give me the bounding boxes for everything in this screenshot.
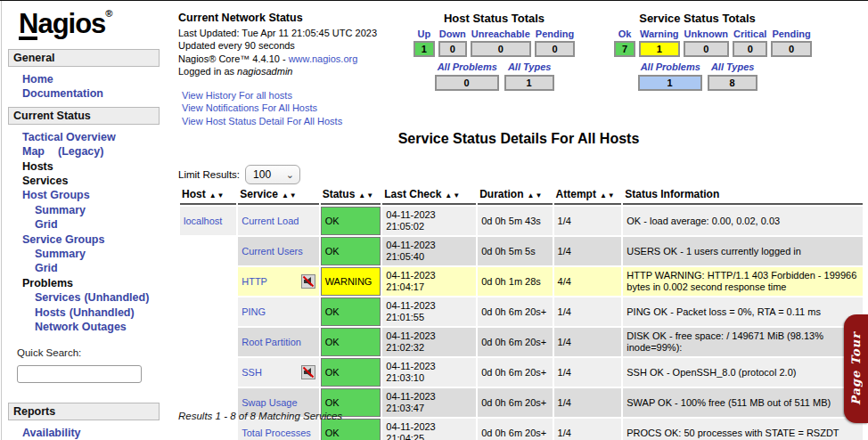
attempt-value: 1/4 xyxy=(554,207,622,235)
service-link[interactable]: Current Load xyxy=(242,216,299,226)
sidebar-item-services[interactable]: Services xyxy=(22,174,160,188)
duration-value: 0d 0h 5m 43s xyxy=(478,207,552,235)
svc-ok-count[interactable]: 7 xyxy=(614,41,635,57)
host-status-totals: Host Status Totals Up Down Unreachable P… xyxy=(403,12,585,91)
col-header-last-check: Last Check▲▼ xyxy=(382,186,476,205)
status-information: USERS OK - 1 users currently logged in xyxy=(623,237,863,265)
status-information: PROCS OK: 50 processes with STATE = RSZD… xyxy=(623,419,863,440)
svc-totals-col-ok[interactable]: Ok xyxy=(614,29,635,39)
service-link[interactable]: Root Partition xyxy=(242,337,301,347)
page-title: Service Status Details For All Hosts xyxy=(169,131,868,147)
service-link[interactable]: HTTP xyxy=(242,276,267,288)
host-totals-col-up[interactable]: Up xyxy=(414,29,435,39)
svc-pending-count[interactable]: 0 xyxy=(771,41,811,57)
frame-divider xyxy=(1,1,2,440)
quick-search-label: Quick Search: xyxy=(17,347,81,358)
status-information: OK - load average: 0.00, 0.02, 0.03 xyxy=(623,207,863,235)
table-row: Total Processes OK 04-11-2023 21:04:25 0… xyxy=(180,419,863,440)
sidebar-item-hostgroup-grid[interactable]: Grid xyxy=(22,217,160,232)
sidebar-item-hosts[interactable]: Hosts xyxy=(22,159,160,174)
view-history-link[interactable]: View History For all hosts xyxy=(182,89,405,102)
table-row: Current Users OK 04-11-2023 21:05:40 0d … xyxy=(180,237,863,265)
service-totals-title: Service Status Totals xyxy=(610,12,784,25)
sort-arrows-icon[interactable]: ▲▼ xyxy=(528,191,544,200)
nagios-org-link[interactable]: www.nagios.org xyxy=(289,53,358,64)
svc-totals-col-warning[interactable]: Warning xyxy=(639,29,680,39)
sort-arrows-icon[interactable]: ▲▼ xyxy=(600,191,616,200)
service-link[interactable]: Current Users xyxy=(242,246,302,257)
svc-all-types-count[interactable]: 8 xyxy=(708,75,757,91)
host-totals-col-down[interactable]: Down xyxy=(438,29,467,39)
page-tour-tab[interactable]: Page Tour xyxy=(844,314,868,423)
last-updated: Last Updated: Tue Apr 11 21:05:45 UTC 20… xyxy=(178,27,405,40)
host-totals-col-unreachable[interactable]: Unreachable xyxy=(471,29,531,39)
svc-all-types-label[interactable]: All Types xyxy=(711,61,755,72)
sidebar-item-host-groups[interactable]: Host Groups xyxy=(22,188,160,202)
sort-arrows-icon[interactable]: ▲▼ xyxy=(445,191,461,200)
sidebar-item-network-outages[interactable]: Network Outages xyxy=(22,320,160,334)
service-link[interactable]: Total Processes xyxy=(242,428,311,438)
sidebar-item-service-groups[interactable]: Service Groups xyxy=(22,232,160,247)
nagios-logo: Nagios® xyxy=(8,8,160,40)
notifications-disabled-icon[interactable] xyxy=(301,274,315,289)
sort-arrows-icon[interactable]: ▲▼ xyxy=(358,191,374,200)
main-content: Current Network Status Last Updated: Tue… xyxy=(169,1,868,440)
sidebar-item-availability[interactable]: Availability xyxy=(22,426,160,440)
sidebar-item-hostgroup-summary[interactable]: Summary xyxy=(22,203,160,217)
view-notifications-link[interactable]: View Notifications For All Hosts xyxy=(182,102,405,115)
logged-in-line: Logged in as nagiosadmin xyxy=(178,65,405,78)
table-row: Root Partition OK 04-11-2023 21:02:32 0d… xyxy=(180,328,863,356)
view-host-status-link[interactable]: View Host Status Detail For All Hosts xyxy=(182,115,405,128)
attempt-value: 4/4 xyxy=(554,267,622,296)
sidebar-item-map[interactable]: Map(Legacy) xyxy=(22,144,160,159)
svc-all-problems-count[interactable]: 1 xyxy=(638,75,702,91)
sidebar-item-servicegroup-summary[interactable]: Summary xyxy=(22,247,160,261)
duration-value: 0d 0h 6m 20s+ xyxy=(478,297,552,326)
status-information: DISK OK - free space: / 149671 MiB (98.1… xyxy=(623,328,863,356)
last-check-value: 04-11-2023 21:05:40 xyxy=(382,237,476,265)
sidebar-section-current-status: Current Status xyxy=(8,107,160,125)
col-header-service: Service▲▼ xyxy=(238,186,318,205)
table-row: HTTP WARNING 04-11-2023 21:04:17 0d 0h 1… xyxy=(180,267,863,296)
limit-results-select[interactable]: 100 ⌄ xyxy=(245,165,300,184)
sidebar-item-hosts-unhandled[interactable]: Hosts(Unhandled) xyxy=(22,306,160,320)
notifications-disabled-icon[interactable] xyxy=(301,365,315,379)
host-unreachable-count[interactable]: 0 xyxy=(471,41,531,57)
svc-critical-count[interactable]: 0 xyxy=(733,41,767,57)
svc-warning-count[interactable]: 1 xyxy=(639,41,680,57)
version-line: Nagios® Core™ 4.4.10 - www.nagios.org xyxy=(178,53,405,66)
host-all-types-count[interactable]: 1 xyxy=(504,75,554,91)
col-header-attempt: Attempt▲▼ xyxy=(554,186,622,205)
svc-unknown-count[interactable]: 0 xyxy=(684,41,730,57)
host-up-count[interactable]: 1 xyxy=(414,41,435,57)
sidebar-item-tactical-overview[interactable]: Tactical Overview xyxy=(22,130,160,144)
sidebar-item-home[interactable]: Home xyxy=(22,72,160,86)
sort-arrows-icon[interactable]: ▲▼ xyxy=(282,191,298,200)
host-link[interactable]: localhost xyxy=(184,216,222,226)
service-link[interactable]: SSH xyxy=(242,367,262,379)
table-row: localhost Current Load OK 04-11-2023 21:… xyxy=(180,207,863,235)
sidebar-item-services-unhandled[interactable]: Services(Unhandled) xyxy=(22,290,160,305)
host-down-count[interactable]: 0 xyxy=(438,41,467,57)
service-link[interactable]: PING xyxy=(242,306,266,317)
host-totals-col-pending[interactable]: Pending xyxy=(535,29,575,39)
host-all-types-label[interactable]: All Types xyxy=(508,61,552,72)
host-all-problems-label[interactable]: All Problems xyxy=(438,61,497,72)
host-pending-count[interactable]: 0 xyxy=(535,41,575,57)
status-badge: OK xyxy=(321,358,381,387)
sort-arrows-icon[interactable]: ▲▼ xyxy=(209,191,225,200)
col-header-duration: Duration▲▼ xyxy=(478,186,552,205)
svc-totals-col-pending[interactable]: Pending xyxy=(771,29,811,39)
service-link[interactable]: Swap Usage xyxy=(242,397,297,408)
svc-all-problems-label[interactable]: All Problems xyxy=(641,61,700,72)
col-header-host: Host▲▼ xyxy=(180,186,236,205)
svc-totals-col-unknown[interactable]: Unknown xyxy=(684,29,730,39)
sidebar-item-servicegroup-grid[interactable]: Grid xyxy=(22,261,160,275)
results-count-note: Results 1 - 8 of 8 Matching Services xyxy=(178,411,342,421)
quick-search-input[interactable] xyxy=(17,365,142,383)
last-check-value: 04-11-2023 21:04:25 xyxy=(382,419,476,440)
sidebar-item-documentation[interactable]: Documentation xyxy=(22,86,160,101)
status-information: HTTP WARNING: HTTP/1.1 403 Forbidden - 1… xyxy=(623,267,863,296)
svc-totals-col-critical[interactable]: Critical xyxy=(733,29,767,39)
host-all-problems-count[interactable]: 0 xyxy=(435,75,499,91)
